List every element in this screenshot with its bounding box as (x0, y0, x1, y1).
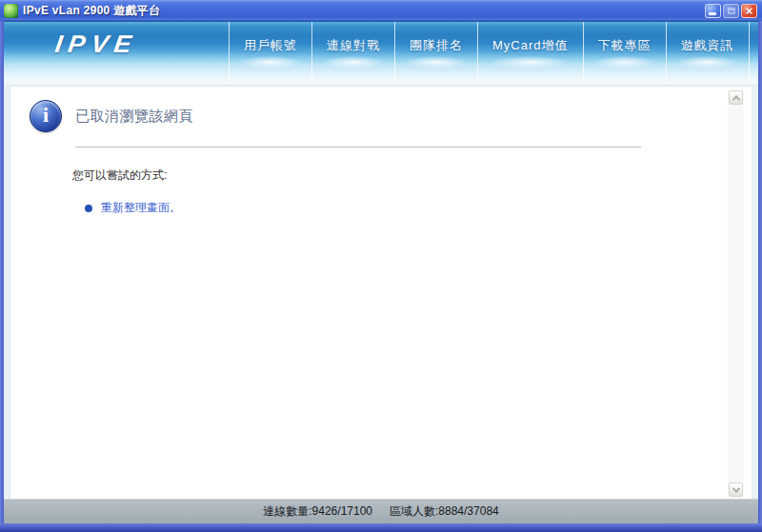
menu-item-account[interactable]: 用戶帳號 (229, 22, 312, 84)
error-page-panel: i 已取消瀏覽該網頁 您可以嘗試的方式: 重新整理畫面。 (10, 86, 752, 499)
titlebar[interactable]: IPvE vLan 2900 遊戲平台 × (0, 0, 762, 21)
window-frame-bottom (0, 523, 762, 532)
content-area: i 已取消瀏覽該網頁 您可以嘗試的方式: 重新整理畫面。 (4, 84, 758, 499)
divider-line (75, 147, 641, 148)
try-label: 您可以嘗試的方式: (72, 167, 752, 184)
menu-item-mycard[interactable]: MyCard增值 (478, 22, 584, 84)
error-header: i 已取消瀏覽該網頁 (30, 100, 752, 132)
scrollbar[interactable] (728, 90, 744, 497)
minimize-icon (709, 12, 716, 15)
bullet-icon (85, 205, 92, 212)
chevron-up-icon (732, 95, 739, 103)
connections-count: 連線數量:9426/17100 (263, 503, 372, 520)
info-icon: i (30, 100, 62, 132)
scrollbar-track[interactable] (728, 106, 744, 482)
suggestion-item: 重新整理畫面。 (85, 200, 752, 216)
chevron-down-icon (732, 484, 739, 492)
minimize-button[interactable] (705, 4, 721, 18)
window-controls: × (703, 4, 757, 18)
maximize-button (723, 4, 739, 18)
menu-item-download[interactable]: 下載專區 (584, 22, 667, 84)
menu-item-battle[interactable]: 連線對戰 (312, 22, 395, 84)
refresh-link[interactable]: 重新整理畫面。 (101, 200, 181, 216)
error-title: 已取消瀏覽該網頁 (75, 108, 193, 126)
region-count: 區域人數:8884/37084 (390, 503, 499, 520)
close-icon: × (746, 5, 753, 17)
scroll-up-button[interactable] (729, 90, 743, 105)
menu-item-gameinfo[interactable]: 遊戲資訊 (667, 22, 750, 84)
window-frame-right (758, 21, 762, 523)
scroll-down-button[interactable] (729, 483, 743, 497)
app-window: IPvE vLan 2900 遊戲平台 × IPVE 用戶帳號 連線對戰 團隊排… (0, 0, 762, 532)
ipve-logo[interactable]: IPVE (53, 30, 139, 58)
window-title: IPvE vLan 2900 遊戲平台 (23, 3, 160, 19)
window-icon[interactable] (4, 4, 18, 18)
window-frame-left (0, 21, 4, 523)
main-menu: 用戶帳號 連線對戰 團隊排名 MyCard增值 下載專區 遊戲資訊 (229, 22, 750, 84)
maximize-icon (728, 8, 735, 14)
navbar: IPVE 用戶帳號 連線對戰 團隊排名 MyCard增值 下載專區 遊戲資訊 (0, 21, 762, 84)
menu-item-ranking[interactable]: 團隊排名 (395, 22, 478, 84)
statusbar: 連線數量:9426/17100 區域人數:8884/37084 (4, 499, 758, 523)
info-icon-glyph: i (43, 105, 49, 126)
close-button[interactable]: × (741, 4, 757, 18)
